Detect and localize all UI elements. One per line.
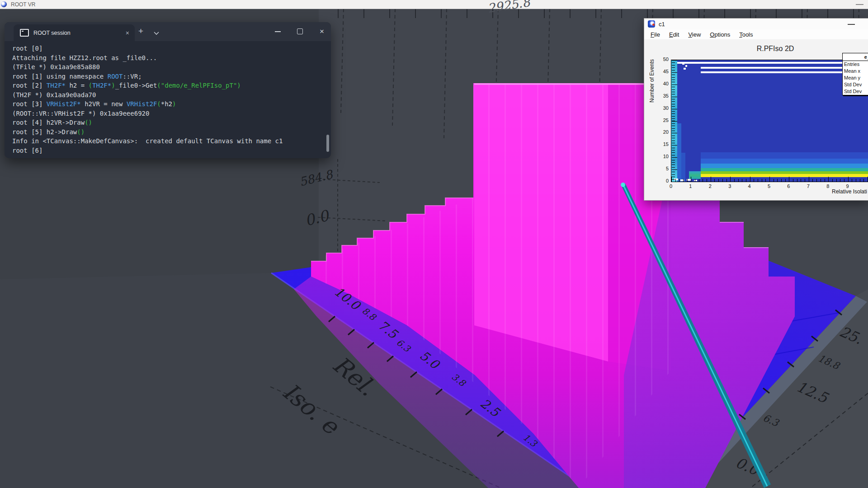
- plot-x-tick: 8: [825, 183, 831, 189]
- hist-white-dot: [685, 65, 687, 67]
- terminal-tab[interactable]: ROOT session ×: [14, 24, 135, 41]
- system-title-bar: ROOT VR: [0, 0, 868, 9]
- new-tab-button[interactable]: +: [138, 26, 143, 36]
- stats-row: Mean y: [843, 75, 868, 81]
- terminal-close-button[interactable]: ×: [311, 22, 332, 41]
- c1-minimize-button[interactable]: [848, 24, 855, 25]
- terminal-line: (ROOT::VR::VRHist2F *) 0x1aa9eee6920: [12, 109, 331, 118]
- terminal-scrollbar[interactable]: [326, 135, 329, 152]
- y-axis-major-ticks: [672, 60, 677, 182]
- stats-row: Entries: [843, 61, 868, 68]
- terminal-line: (TFile *) 0x1aa9e85a880: [12, 62, 331, 72]
- plot-y-tick: 10: [656, 154, 669, 159]
- system-title: ROOT VR: [11, 1, 35, 8]
- plot-y-axis-title: Number of Events: [649, 59, 655, 103]
- tab-close-icon[interactable]: ×: [126, 29, 129, 37]
- plot-x-tick: 7: [805, 183, 811, 189]
- menu-item-view[interactable]: View: [684, 31, 705, 38]
- stats-row: Mean x: [843, 68, 868, 75]
- terminal-output[interactable]: root [0] Attaching file HZZ12.root as _f…: [5, 41, 331, 158]
- terminal-line: Info in <TCanvas::MakeDefCanvas>: create…: [12, 136, 331, 146]
- stats-header: e_Rel: [843, 53, 868, 61]
- plot-x-tick: 2: [707, 183, 713, 189]
- c1-title-bar[interactable]: c1: [644, 19, 868, 30]
- plot-x-tick: 4: [746, 183, 753, 189]
- terminal-line: root [0]: [12, 44, 331, 53]
- terminal-line: root [1] using namespace ROOT::VR;: [12, 72, 331, 81]
- terminal-line: root [3] VRHist2F* h2VR = new VRHist2F(*…: [12, 99, 331, 109]
- x-axis-major-ticks: [671, 177, 868, 182]
- hist-band: [701, 164, 868, 168]
- root-canvas-icon: [648, 20, 655, 28]
- terminal-line: Attaching file HZZ12.root as _file0...: [12, 53, 331, 63]
- terminal-line: root [4] h2VR->Draw(): [12, 118, 331, 127]
- menu-item-edit[interactable]: Edit: [665, 31, 684, 38]
- plot-y-tick: 15: [656, 141, 669, 147]
- terminal-line: root [5] h2->Draw(): [12, 127, 331, 137]
- stats-row: Std Dev: [843, 81, 868, 88]
- plot-y-tick: 50: [656, 56, 669, 62]
- plot-title: R.PFIso 2D: [726, 45, 825, 53]
- stats-box[interactable]: e_Rel EntriesMean xMean yStd DevStd Dev: [842, 53, 868, 95]
- terminal-minimize-button[interactable]: [267, 22, 288, 41]
- plot-frame[interactable]: [671, 60, 868, 182]
- system-minimize-button[interactable]: [856, 4, 863, 5]
- terminal-window: ROOT session × + × root [0] Attaching fi…: [5, 22, 331, 158]
- plot-y-tick: 0: [656, 178, 669, 183]
- hist-band: [701, 152, 868, 159]
- canvas-window-c1: c1 FileEditViewOptionsTools R.PFIso 2D: [644, 18, 868, 201]
- plot-y-tick: 35: [656, 93, 669, 99]
- terminal-line: (TH2F *) 0x1aa9e0ada70: [12, 90, 331, 100]
- plot-x-tick: 0: [668, 183, 674, 189]
- c1-window-title: c1: [659, 21, 665, 28]
- terminal-maximize-button[interactable]: [289, 22, 310, 41]
- hist-band: [701, 168, 868, 171]
- plot-x-tick: 6: [785, 183, 792, 189]
- plot-y-tick: 40: [656, 81, 669, 86]
- terminal-line: root [2] TH2F* h2 = (TH2F*)_file0->Get("…: [12, 81, 331, 90]
- plot-y-tick: 45: [656, 69, 669, 74]
- hist-white-dot: [682, 63, 684, 65]
- menu-item-tools[interactable]: Tools: [735, 31, 757, 38]
- plot-x-tick: 9: [844, 183, 851, 189]
- terminal-line: root [6]: [12, 146, 331, 155]
- stats-row: Std Dev: [843, 88, 868, 95]
- terminal-tab-title: ROOT session: [33, 30, 126, 36]
- plot-y-tick: 20: [656, 129, 669, 135]
- plot-x-tick: 3: [726, 183, 733, 189]
- menu-item-options[interactable]: Options: [705, 31, 735, 38]
- menu-item-file[interactable]: File: [646, 31, 665, 38]
- root-vr-icon: [1, 1, 7, 7]
- plot-x-tick: 1: [687, 183, 693, 189]
- plot-x-tick: 5: [766, 183, 772, 189]
- hist-white-dot: [684, 68, 686, 70]
- hist-band: [701, 159, 868, 164]
- hist-white-gap: [677, 62, 868, 64]
- plot-y-tick: 25: [656, 117, 669, 123]
- cmd-icon: [20, 29, 29, 37]
- hist-step: [677, 123, 681, 182]
- plot-x-axis-title: Relative Isolati: [832, 188, 867, 195]
- plot-y-tick: 5: [656, 166, 669, 171]
- root-vr-desktop: 584.8 0.0 10.0 8.8 7.5 6.3 5.0 3.8 2.5 1…: [0, 0, 868, 488]
- terminal-title-bar[interactable]: ROOT session × + ×: [5, 22, 331, 41]
- c1-menu-bar: FileEditViewOptionsTools: [644, 29, 868, 40]
- plot-y-tick: 30: [656, 105, 669, 111]
- tab-dropdown-icon[interactable]: [154, 29, 159, 37]
